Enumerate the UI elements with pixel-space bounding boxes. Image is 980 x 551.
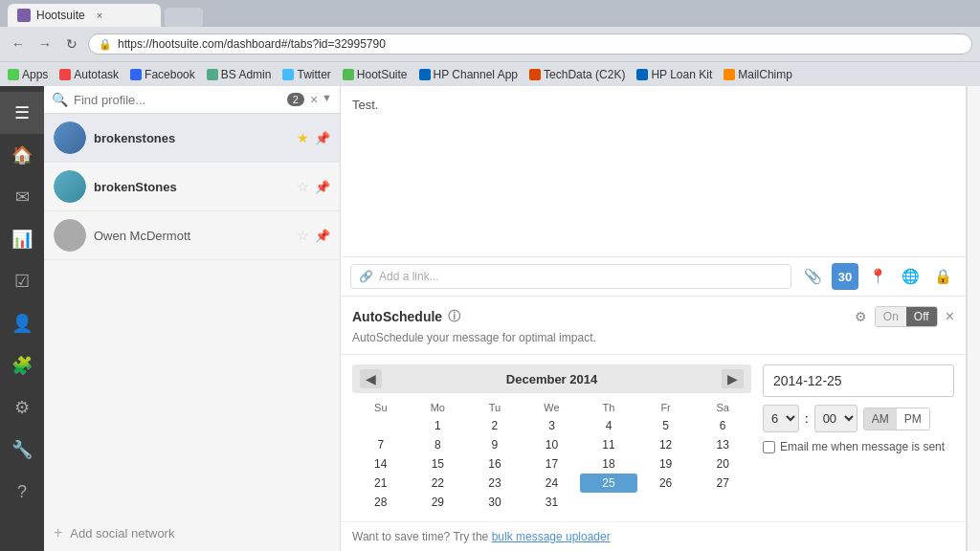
new-tab-area[interactable] — [165, 8, 203, 27]
location-icon[interactable]: 📍 — [864, 263, 891, 290]
hour-select[interactable]: 6 — [763, 405, 799, 432]
calendar-day[interactable]: 29 — [410, 493, 467, 512]
pin-icon-3[interactable]: 📌 — [315, 229, 330, 243]
date-input[interactable] — [763, 364, 954, 397]
bookmark-hootsuite[interactable]: HootSuite — [343, 68, 408, 81]
calendar-day[interactable]: 10 — [523, 435, 581, 454]
star-icon-1[interactable]: ★ — [297, 130, 309, 145]
bookmark-apps[interactable]: Apps — [8, 68, 48, 81]
active-tab[interactable]: Hootsuite × — [8, 4, 161, 27]
search-clear-button[interactable]: × — [310, 92, 318, 107]
star-icon-3[interactable]: ☆ — [297, 228, 309, 243]
main-content: Test. 🔗 Add a link... 📎 30 📍 🌐 🔒 AutoSch… — [341, 86, 967, 551]
calendar-day[interactable]: 27 — [694, 474, 751, 493]
autoschedule-gear-icon[interactable]: ⚙ — [855, 309, 867, 324]
forward-button[interactable]: → — [34, 33, 56, 55]
globe-icon[interactable]: 🌐 — [897, 263, 924, 290]
profile-item-brokenstones2[interactable]: brokenStones ☆ 📌 — [44, 163, 340, 211]
calendar-day[interactable]: 14 — [352, 454, 410, 474]
tab-favicon — [17, 9, 31, 22]
bookmark-hp-channel[interactable]: HP Channel App — [419, 68, 519, 81]
bulk-link[interactable]: bulk message uploader — [492, 530, 611, 543]
sidebar-icon-help[interactable]: ? — [0, 471, 44, 513]
calendar-day[interactable]: 9 — [466, 435, 523, 454]
sidebar-icon-contacts[interactable]: 👤 — [0, 302, 44, 344]
calendar-day[interactable]: 2 — [466, 416, 523, 435]
autoschedule-info-icon[interactable]: ⓘ — [448, 308, 460, 325]
sidebar-icon-tasks[interactable]: ☑ — [0, 260, 44, 302]
profile-actions-3: ☆ 📌 — [297, 228, 330, 243]
bookmark-bsadmin[interactable]: BS Admin — [207, 68, 272, 81]
calendar-day[interactable]: 19 — [637, 454, 695, 474]
calendar-next-button[interactable]: ▶ — [722, 369, 744, 388]
pin-icon-1[interactable]: 📌 — [315, 131, 330, 145]
calendar-day[interactable]: 4 — [580, 416, 637, 435]
calendar-day[interactable]: 3 — [523, 416, 581, 435]
email-checkbox[interactable] — [763, 441, 775, 453]
sidebar-icon-apps[interactable]: 🧩 — [0, 344, 44, 386]
star-icon-2[interactable]: ☆ — [297, 179, 309, 194]
bookmark-twitter[interactable]: Twitter — [282, 68, 330, 81]
search-dropdown-button[interactable]: ▼ — [322, 92, 332, 107]
calendar-day[interactable]: 21 — [352, 474, 410, 493]
calendar-day[interactable]: 22 — [410, 474, 467, 493]
calendar-day[interactable]: 20 — [694, 454, 751, 474]
search-input[interactable] — [74, 93, 281, 107]
calendar-day[interactable]: 5 — [637, 416, 695, 435]
profile-item-owen[interactable]: Owen McDermott ☆ 📌 — [44, 211, 340, 260]
address-bar[interactable]: 🔒 https://hootsuite.com/dashboard#/tabs?… — [88, 33, 972, 55]
autoschedule-toggle[interactable]: On Off — [875, 306, 938, 327]
calendar-day[interactable]: 23 — [466, 474, 523, 493]
tab-close-button[interactable]: × — [97, 10, 102, 21]
minute-select[interactable]: 00 — [814, 405, 858, 432]
bookmark-mailchimp[interactable]: MailChimp — [724, 68, 792, 81]
calendar-day[interactable]: 26 — [637, 474, 695, 493]
calendar-day[interactable]: 17 — [523, 454, 581, 474]
bookmark-facebook[interactable]: Facebook — [130, 68, 195, 81]
add-network-button[interactable]: + Add social network — [44, 515, 340, 551]
hootsuite-favicon — [343, 69, 354, 80]
compose-area[interactable]: Test. — [341, 86, 966, 257]
sidebar-icon-home[interactable]: 🏠 — [0, 134, 44, 176]
calendar-prev-button[interactable]: ◀ — [360, 369, 382, 388]
link-input[interactable]: 🔗 Add a link... — [350, 264, 791, 289]
calendar-day[interactable]: 25 — [580, 474, 637, 493]
calendar-day[interactable]: 15 — [410, 454, 467, 474]
sidebar-icon-settings[interactable]: ⚙ — [0, 386, 44, 429]
calendar-day[interactable]: 31 — [523, 493, 581, 512]
sidebar-icon-tools[interactable]: 🔧 — [0, 429, 44, 471]
sidebar-icon-menu[interactable]: ☰ — [0, 92, 44, 134]
lock-icon[interactable]: 🔒 — [929, 263, 956, 290]
calendar-day[interactable]: 13 — [694, 435, 751, 454]
calendar-day[interactable]: 28 — [352, 493, 410, 512]
pm-button[interactable]: PM — [897, 408, 929, 430]
calendar-day[interactable]: 6 — [694, 416, 751, 435]
calendar-day[interactable]: 18 — [580, 454, 637, 474]
sidebar-icon-analytics[interactable]: 📊 — [0, 218, 44, 260]
calendar-day[interactable]: 11 — [580, 435, 637, 454]
refresh-button[interactable]: ↻ — [61, 33, 82, 55]
profile-item-brokenstones[interactable]: brokenstones ★ 📌 — [44, 114, 340, 163]
bookmark-techdata[interactable]: TechData (C2K) — [529, 68, 625, 81]
pin-icon-2[interactable]: 📌 — [315, 180, 330, 194]
bookmark-autotask[interactable]: Autotask — [59, 68, 119, 81]
calendar-icon[interactable]: 30 — [832, 263, 858, 290]
sidebar-icon-compose[interactable]: ✉ — [0, 176, 44, 218]
calendar-day[interactable]: 16 — [466, 454, 523, 474]
attachment-icon[interactable]: 📎 — [799, 263, 826, 290]
toggle-off-option[interactable]: Off — [906, 307, 937, 326]
twitter-label: Twitter — [297, 68, 330, 81]
calendar-day[interactable]: 30 — [466, 493, 523, 512]
back-button[interactable]: ← — [8, 33, 29, 55]
am-button[interactable]: AM — [864, 408, 897, 430]
toggle-on-option[interactable]: On — [876, 307, 906, 326]
calendar-day[interactable]: 1 — [410, 416, 467, 435]
autoschedule-close-button[interactable]: × — [946, 308, 954, 325]
calendar-day[interactable]: 7 — [352, 435, 410, 454]
bookmark-hp-loan[interactable]: HP Loan Kit — [636, 68, 712, 81]
calendar-day[interactable]: 12 — [637, 435, 695, 454]
calendar-day[interactable]: 8 — [410, 435, 467, 454]
email-checkbox-label[interactable]: Email me when message is sent — [763, 440, 954, 453]
calendar-day[interactable]: 24 — [523, 474, 581, 493]
time-colon: : — [805, 411, 809, 426]
